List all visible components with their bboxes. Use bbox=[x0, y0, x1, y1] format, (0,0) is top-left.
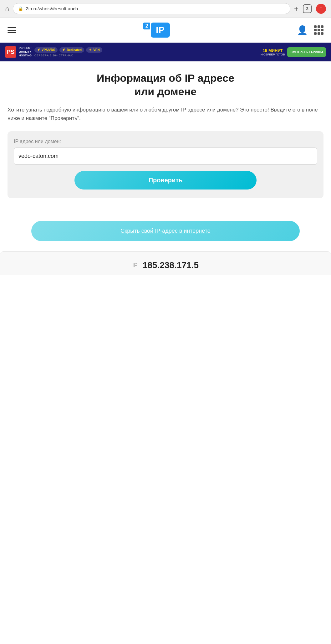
ad-company-name: PERFECTQUALITYHOSTING bbox=[19, 46, 32, 57]
home-icon[interactable]: ⌂ bbox=[5, 5, 9, 13]
tab-count[interactable]: 3 bbox=[303, 4, 312, 13]
apps-grid-icon[interactable] bbox=[314, 25, 323, 35]
lock-icon: 🔒 bbox=[18, 6, 23, 11]
browser-chrome: ⌂ 🔒 2ip.ru/whois/#result-anch + 3 ↑ bbox=[0, 0, 331, 18]
address-text: 2ip.ru/whois/#result-anch bbox=[26, 6, 78, 11]
hamburger-menu[interactable] bbox=[8, 27, 16, 33]
ad-banner[interactable]: PS PERFECTQUALITYHOSTING VPS/VDS Dedicat… bbox=[0, 43, 331, 61]
ad-timer: 15 МИНУТ И СЕРВЕР ГОТОВ bbox=[261, 48, 285, 56]
page-title: Информация об IP адресеили домене bbox=[8, 71, 323, 98]
header-right: 👤 bbox=[297, 25, 323, 35]
new-tab-button[interactable]: + bbox=[294, 4, 298, 13]
ad-middle: VPS/VDS Dedicated VPN СЕРВЕРA В 30+ СТРА… bbox=[34, 47, 258, 57]
upload-button[interactable]: ↑ bbox=[316, 4, 326, 14]
ip-result-row: IP 185.238.171.5 bbox=[8, 260, 323, 270]
ad-subtitle: СЕРВЕРA В 30+ СТРАНАХ bbox=[34, 54, 258, 57]
domain-input[interactable] bbox=[14, 148, 317, 165]
ad-right: 15 МИНУТ И СЕРВЕР ГОТОВ СМОТРЕТЬ ТАРИФЫ bbox=[261, 47, 326, 57]
site-header: 2 IP 👤 bbox=[0, 18, 331, 43]
site-logo[interactable]: 2 IP bbox=[143, 23, 170, 38]
check-button[interactable]: Проверить bbox=[74, 171, 257, 190]
hide-ip-button[interactable]: Скрыть свой IP-адрес в интернете bbox=[31, 221, 300, 241]
ad-left: PS PERFECTQUALITYHOSTING bbox=[5, 46, 32, 58]
ad-timer-sub: И СЕРВЕР ГОТОВ bbox=[261, 53, 285, 56]
main-content: Информация об IP адресеили домене Хотите… bbox=[0, 61, 331, 216]
search-form: IP адрес или домен: Проверить bbox=[8, 131, 323, 198]
hide-ip-section: Скрыть свой IP-адрес в интернете bbox=[0, 216, 331, 246]
form-label: IP адрес или домен: bbox=[14, 139, 317, 144]
logo-2: 2 bbox=[143, 23, 150, 29]
ad-badge-vpn: VPN bbox=[86, 47, 102, 53]
user-icon[interactable]: 👤 bbox=[297, 25, 308, 35]
ad-cta-button[interactable]: СМОТРЕТЬ ТАРИФЫ bbox=[287, 47, 326, 57]
ad-badges: VPS/VDS Dedicated VPN bbox=[34, 47, 258, 53]
ip-result-label: IP bbox=[132, 262, 138, 269]
ip-result-value: 185.238.171.5 bbox=[143, 260, 199, 270]
ad-badge-dedicated: Dedicated bbox=[59, 47, 84, 53]
ad-timer-value: 15 МИНУТ bbox=[261, 48, 285, 53]
ad-badge-vps: VPS/VDS bbox=[34, 47, 58, 53]
result-section: IP 185.238.171.5 bbox=[0, 251, 331, 275]
address-bar[interactable]: 🔒 2ip.ru/whois/#result-anch bbox=[13, 3, 290, 14]
page-description: Хотите узнать подробную информацию о ваш… bbox=[8, 106, 323, 122]
ad-ps-logo: PS bbox=[5, 46, 16, 58]
browser-actions: + 3 ↑ bbox=[294, 4, 326, 14]
logo-ip: IP bbox=[151, 23, 170, 38]
